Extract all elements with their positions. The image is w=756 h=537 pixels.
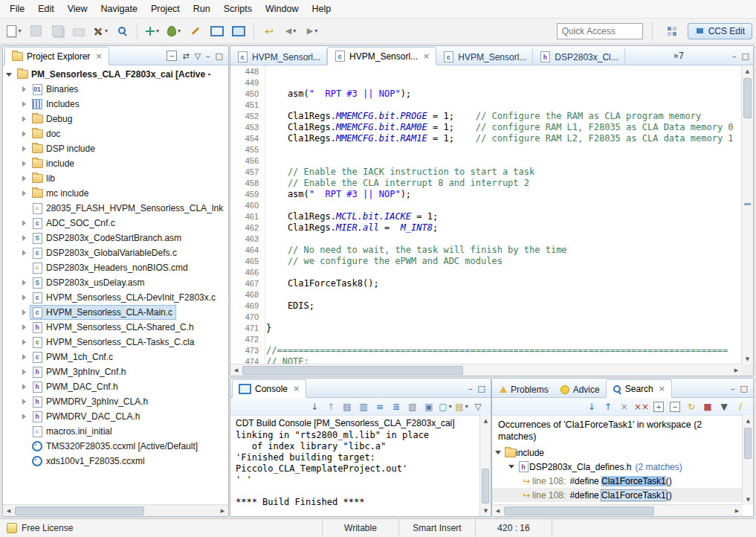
word-wrap-button[interactable]: ≡ (373, 400, 387, 414)
scroll-right-icon[interactable]: ▶ (731, 505, 743, 516)
expander-icon[interactable] (18, 384, 30, 390)
maximize-icon[interactable]: □ (742, 51, 749, 61)
editor-tab[interactable]: cHVPM_Sensorl... (436, 48, 533, 65)
problems-tab[interactable]: Problems (494, 381, 555, 398)
run-search-again-button[interactable]: ↻ (685, 400, 698, 414)
expander-icon[interactable] (18, 354, 30, 360)
save-button[interactable] (25, 22, 46, 40)
next-console-button[interactable]: ↓ (308, 400, 321, 414)
search-folder-row[interactable]: include (492, 446, 753, 460)
tree-item[interactable]: doc (3, 126, 228, 141)
menu-help[interactable]: Help (305, 1, 337, 17)
menu-scripts[interactable]: Scripts (217, 1, 259, 17)
display-selected-console-button[interactable]: ▢▾ (439, 400, 452, 414)
cancel-search-button[interactable]: ■ (701, 400, 714, 414)
close-view-icon[interactable]: × (659, 384, 665, 393)
tree-item[interactable]: cHVPM_Sensorless_CLA-DevInit_F2803x.c (3, 290, 228, 305)
scroll-lock-button[interactable]: ≣ (390, 400, 403, 414)
tree-item[interactable]: mc include (3, 186, 228, 201)
vscroll-thumb[interactable] (743, 78, 752, 118)
tree-item[interactable]: hPWM_3phInv_Cnf.h (3, 364, 228, 379)
new-target-config-button[interactable]: ▾ (142, 22, 163, 40)
minimize-icon[interactable]: – (468, 384, 473, 393)
tree-item[interactable]: hPWMDRV_DAC_CLA.h (3, 409, 228, 424)
expander-icon[interactable] (18, 220, 30, 226)
explorer-hscrollbar[interactable]: ◀ ▶ (3, 504, 228, 516)
vscroll-thumb[interactable] (482, 469, 489, 504)
remove-match-button[interactable]: × (618, 400, 631, 414)
expander-icon[interactable] (18, 369, 30, 375)
console-view-menu-button[interactable]: ▽ (471, 400, 485, 414)
open-element-button[interactable] (112, 22, 132, 40)
scroll-down-icon[interactable]: ▼ (742, 353, 753, 364)
expander-icon[interactable] (18, 86, 30, 92)
forward-button[interactable]: ▶▾ (302, 22, 323, 40)
expander-icon[interactable] (18, 176, 30, 181)
debug-button[interactable]: ▾ (164, 22, 184, 40)
menu-edit[interactable]: Edit (31, 1, 61, 17)
print-button[interactable] (68, 22, 89, 40)
show-console-stderr-button[interactable]: ▥ (357, 400, 370, 414)
expander-icon[interactable] (492, 451, 504, 454)
expander-icon[interactable] (18, 190, 30, 196)
close-view-icon[interactable]: × (293, 384, 300, 393)
expander-icon[interactable] (18, 101, 30, 107)
expander-icon[interactable] (18, 295, 30, 300)
editor-hscrollbar[interactable]: ◀ ▶ (230, 364, 742, 376)
expander-icon[interactable] (18, 414, 30, 419)
console-tab[interactable]: Console × (232, 379, 306, 398)
hscroll-thumb[interactable] (15, 507, 144, 515)
scroll-up-icon[interactable]: ▲ (743, 415, 754, 426)
close-view-icon[interactable]: × (95, 51, 102, 61)
open-console-button[interactable]: ▤▾ (455, 400, 468, 414)
previous-match-button[interactable]: ↑ (601, 400, 615, 414)
tree-item[interactable]: include (3, 156, 228, 171)
search-hscrollbar[interactable]: ◀ ▶ (492, 504, 743, 516)
tree-item[interactable]: Includes (3, 97, 228, 112)
menu-navigate[interactable]: Navigate (94, 1, 144, 17)
advice-tab[interactable]: Advice (555, 381, 606, 398)
expander-icon[interactable] (18, 309, 30, 315)
expander-icon[interactable] (18, 116, 30, 122)
tree-item[interactable]: cPWM_1ch_Cnf.c (3, 350, 228, 364)
scroll-right-icon[interactable]: ▶ (731, 364, 742, 376)
console-vscrollbar[interactable]: ▲ ▼ (479, 415, 491, 516)
expander-icon[interactable] (18, 280, 30, 286)
tree-item[interactable]: SDSP2803x_CodeStartBranch.asm (3, 231, 228, 245)
last-edit-location-button[interactable]: ↩ (259, 22, 280, 40)
menu-project[interactable]: Project (144, 1, 187, 17)
tab-close-icon[interactable]: × (423, 51, 430, 61)
tree-item[interactable]: SDSP2803x_usDelay.asm (3, 275, 228, 290)
ccs-edit-perspective-button[interactable]: CCS Edit (688, 23, 752, 39)
minimize-icon[interactable]: – (206, 51, 210, 61)
pin-search-button[interactable]: ∕ (734, 400, 747, 414)
menu-view[interactable]: View (61, 1, 94, 17)
search-match-row[interactable]: ↪line 108:#define Cla1ForceTask1() (492, 488, 753, 502)
minimize-icon[interactable]: – (732, 51, 737, 61)
collapse-all-button[interactable]: − (668, 400, 682, 414)
tree-item[interactable]: xds100v1_F28035.ccxml (3, 454, 228, 469)
scroll-down-icon[interactable]: ▼ (480, 505, 491, 516)
show-console-stdout-button[interactable]: ▤ (340, 400, 354, 414)
search-vscrollbar[interactable]: ▲ ▼ (742, 415, 753, 505)
save-all-button[interactable] (47, 22, 68, 40)
tree-root-row[interactable]: PM_Sensorless_CLA_F2803x_cai [Active - (3, 67, 228, 82)
remove-all-matches-button[interactable]: ×× (634, 400, 649, 414)
search-history-button[interactable]: ▼ (717, 400, 731, 414)
scroll-left-icon[interactable]: ◀ (3, 505, 14, 516)
open-perspective-button[interactable] (662, 22, 682, 40)
edit-marker-button[interactable] (185, 22, 206, 40)
back-button[interactable]: ◀▾ (280, 22, 301, 40)
tree-item[interactable]: 01Binaries (3, 82, 228, 97)
collapse-all-icon[interactable]: − (167, 51, 177, 61)
editor-tab[interactable]: cHVPM_Sensorl... (230, 48, 327, 65)
search-tab[interactable]: Search × (606, 379, 672, 398)
tree-item[interactable]: DSP include (3, 141, 228, 156)
pin-console-button[interactable]: ▣ (422, 400, 436, 414)
editor-tab[interactable]: hDSP2803x_Cl... (533, 48, 624, 65)
tree-item[interactable]: cHVPM_Sensorless_CLA-Tasks_C.cla (3, 335, 228, 350)
editor-body[interactable]: 448449450 asm(" RPT #3 || NOP");451452 C… (230, 65, 753, 376)
quick-access-input[interactable] (557, 23, 643, 39)
scroll-up-icon[interactable]: ▲ (480, 415, 491, 426)
tree-item[interactable]: cDSP2803x_GlobalVariableDefs.c (3, 245, 228, 260)
